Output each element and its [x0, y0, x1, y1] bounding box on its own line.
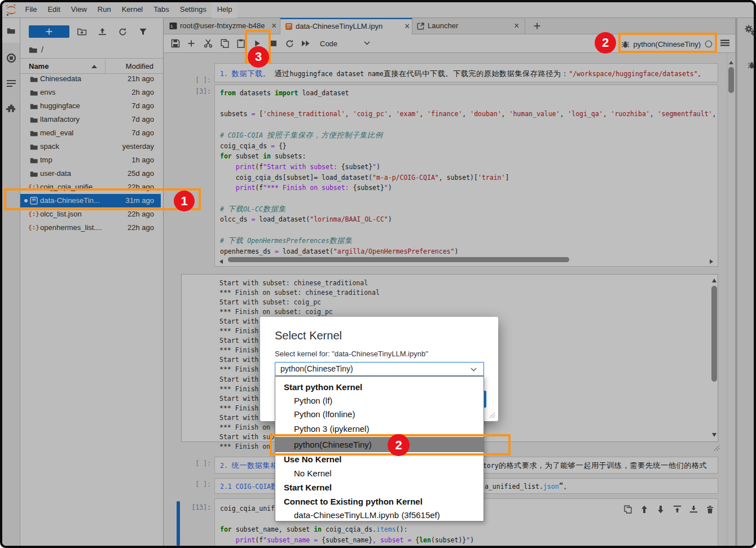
annotation-badge-2: 2	[595, 32, 616, 54]
kernel-group-start-python-kernel: Start python Kernel	[275, 381, 484, 394]
annotation-box-kernel-name-toolbar	[618, 33, 717, 53]
annotation-badge-3: 3	[248, 46, 269, 68]
option-label: data-ChineseTinyLLM.ipynb (3f5615ef)	[294, 510, 440, 519]
kernel-select-input[interactable]: python(ChineseTiny)	[275, 362, 484, 376]
annotation-box-selected-file-row	[4, 188, 201, 210]
option-label: Connect to Existing python Kernel	[284, 496, 423, 506]
option-label: Start python Kernel	[284, 382, 362, 392]
chevron-down-icon	[471, 368, 477, 372]
kernel-option-data-chinesetinyllm-ipynb-3f56[interactable]: data-ChineseTinyLLM.ipynb (3f5615ef)	[275, 509, 484, 522]
resize-handle-icon[interactable]	[487, 412, 495, 418]
kernel-group-connect-to-existing-python-ker: Connect to Existing python Kernel	[275, 494, 484, 509]
option-label: Python (lfonline)	[294, 409, 355, 419]
kernel-option-python-lfonline-[interactable]: Python (lfonline)	[275, 408, 484, 421]
dialog-body-label: Select kernel for: "data-ChineseTinyLLM.…	[275, 350, 428, 358]
annotation-badge-1: 1	[174, 191, 195, 211]
dialog-title: Select Kernel	[275, 329, 342, 342]
option-label: Python (lf)	[294, 396, 332, 405]
option-label: Start Kernel	[284, 482, 332, 492]
option-label: No Kernel	[294, 468, 332, 478]
kernel-option-python-lf-[interactable]: Python (lf)	[275, 394, 484, 408]
option-label: Python 3 (ipykernel)	[294, 424, 369, 434]
kernel-option-no-kernel[interactable]: No Kernel	[275, 466, 484, 480]
kernel-select-value: python(ChineseTiny)	[280, 364, 353, 373]
annotation-badge-2: 2	[388, 434, 410, 456]
kernel-group-start-kernel: Start Kernel	[275, 480, 484, 494]
